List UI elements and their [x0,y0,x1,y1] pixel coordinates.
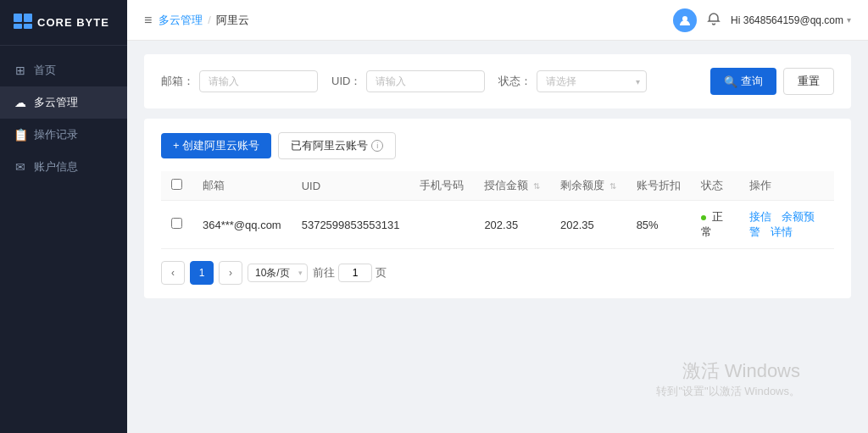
breadcrumb: 多云管理 / 阿里云 [159,13,249,28]
th-email: 邮箱 [192,171,292,201]
create-account-button[interactable]: + 创建阿里云账号 [161,133,271,158]
th-discount: 账号折扣 [626,171,691,201]
status-label: 正常 [701,210,724,238]
main-area: ≡ 多云管理 / 阿里云 Hi 3648564159@qq [127,0,868,433]
filter-bar: 邮箱： UID： 状态： 请选择 正常 禁用 🔍 [144,54,851,108]
credit-sort-icon: ⇅ [533,181,540,191]
table-body: 364***@qq.com 5372599853553131 202.35 20… [161,201,834,249]
sidebar-item-label-logs: 操作记录 [34,127,78,142]
status-select[interactable]: 请选择 正常 禁用 [537,70,647,92]
filter-status-group: 状态： 请选择 正常 禁用 [498,70,647,92]
table-toolbar: + 创建阿里云账号 已有阿里云账号 i [161,132,834,159]
row-status: 正常 [691,201,740,249]
email-input[interactable] [199,70,318,92]
row-checkbox-cell [161,201,192,249]
logo-text: CORE BYTE [37,16,109,29]
home-icon: ⊞ [14,64,27,77]
th-phone: 手机号码 [409,171,474,201]
th-balance: 剩余额度 ⇅ [550,171,626,201]
page-1-button[interactable]: 1 [190,261,214,285]
sidebar: CORE BYTE ⊞ 首页 ☁ 多云管理 📋 操作记录 ✉ 账户信息 [0,0,127,433]
row-phone [409,201,474,249]
logo-icon [14,14,32,31]
avatar[interactable] [673,8,697,32]
header-right: Hi 3648564159@qq.com ▾ [673,8,851,32]
row-email: 364***@qq.com [192,201,292,249]
svg-rect-3 [24,24,32,29]
user-chevron-icon: ▾ [847,15,851,25]
search-icon: 🔍 [724,75,737,88]
pagination: ‹ 1 › 10条/页 20条/页 50条/页 前往 页 [161,261,834,285]
th-actions: 操作 [739,171,834,201]
status-dot [701,215,706,220]
uid-input[interactable] [366,70,485,92]
search-button[interactable]: 🔍 查询 [710,68,776,95]
filter-email-label: 邮箱： [161,74,194,89]
sidebar-item-label-account: 账户信息 [34,159,78,175]
search-button-label: 查询 [741,74,763,89]
existing-account-label: 已有阿里云账号 [291,138,368,153]
table-header-row: 邮箱 UID 手机号码 授信金额 ⇅ 剩余额度 ⇅ 账号折扣 [161,171,834,201]
row-credit: 202.35 [474,201,550,249]
filter-status-select-wrap: 请选择 正常 禁用 [537,70,647,92]
select-all-checkbox[interactable] [171,179,182,190]
table-card: + 创建阿里云账号 已有阿里云账号 i 邮箱 UID 手机号码 [144,119,851,298]
breadcrumb-separator: / [208,14,211,26]
filter-status-label: 状态： [498,74,531,89]
filter-uid-label: UID： [331,74,361,89]
sidebar-logo: CORE BYTE [0,0,127,46]
th-uid: UID [292,171,410,201]
table-row: 364***@qq.com 5372599853553131 202.35 20… [161,201,834,249]
svg-rect-1 [24,14,32,22]
row-balance: 202.35 [550,201,626,249]
sidebar-item-operation-logs[interactable]: 📋 操作记录 [0,119,127,151]
user-menu[interactable]: Hi 3648564159@qq.com ▾ [731,14,851,26]
action-detail[interactable]: 详情 [771,225,793,238]
goto-input[interactable] [338,264,372,282]
next-page-button[interactable]: › [219,261,242,285]
page-goto: 前往 页 [313,264,387,282]
logs-icon: 📋 [14,128,27,142]
page-size-select[interactable]: 10条/页 20条/页 50条/页 [248,264,308,282]
reset-button[interactable]: 重置 [783,68,834,95]
table-head: 邮箱 UID 手机号码 授信金额 ⇅ 剩余额度 ⇅ 账号折扣 [161,171,834,201]
sidebar-nav: ⊞ 首页 ☁ 多云管理 📋 操作记录 ✉ 账户信息 [0,46,127,192]
header-left: ≡ 多云管理 / 阿里云 [144,13,249,28]
prev-page-button[interactable]: ‹ [161,261,185,285]
row-checkbox[interactable] [171,218,182,229]
breadcrumb-current: 阿里云 [216,13,249,28]
th-checkbox [161,171,192,201]
page-size-wrapper: 10条/页 20条/页 50条/页 [248,264,308,282]
sidebar-item-multi-cloud[interactable]: ☁ 多云管理 [0,86,127,119]
row-uid: 5372599853553131 [292,201,410,249]
balance-sort-icon: ⇅ [609,181,616,191]
notification-icon[interactable] [707,12,721,29]
filter-actions: 🔍 查询 重置 [710,68,834,95]
th-status: 状态 [691,171,740,201]
account-icon: ✉ [14,160,27,174]
data-table: 邮箱 UID 手机号码 授信金额 ⇅ 剩余额度 ⇅ 账号折扣 [161,171,834,249]
th-credit: 授信金额 ⇅ [474,171,550,201]
page-unit: 页 [376,265,387,280]
action-jiexi[interactable]: 接信 [749,210,771,223]
sidebar-item-label-home: 首页 [34,63,56,78]
cloud-icon: ☁ [14,96,27,109]
sidebar-item-home[interactable]: ⊞ 首页 [0,54,127,86]
svg-rect-2 [14,24,22,29]
row-discount: 85% [626,201,691,249]
user-label: Hi 3648564159@qq.com [731,14,843,26]
breadcrumb-parent[interactable]: 多云管理 [159,13,203,28]
content: 邮箱： UID： 状态： 请选择 正常 禁用 🔍 [127,41,868,433]
menu-toggle-icon[interactable]: ≡ [144,13,152,28]
sidebar-item-account-info[interactable]: ✉ 账户信息 [0,151,127,183]
info-icon[interactable]: i [371,140,383,152]
row-actions: 接信 余额预警 详情 [739,201,834,249]
svg-rect-0 [14,14,22,22]
filter-email-group: 邮箱： [161,70,318,92]
sidebar-item-label-cloud: 多云管理 [34,95,78,110]
filter-uid-group: UID： [331,70,485,92]
existing-account-button[interactable]: 已有阿里云账号 i [278,132,396,159]
goto-label: 前往 [313,265,335,280]
header: ≡ 多云管理 / 阿里云 Hi 3648564159@qq [127,0,868,41]
table-scroll: 邮箱 UID 手机号码 授信金额 ⇅ 剩余额度 ⇅ 账号折扣 [161,171,834,249]
